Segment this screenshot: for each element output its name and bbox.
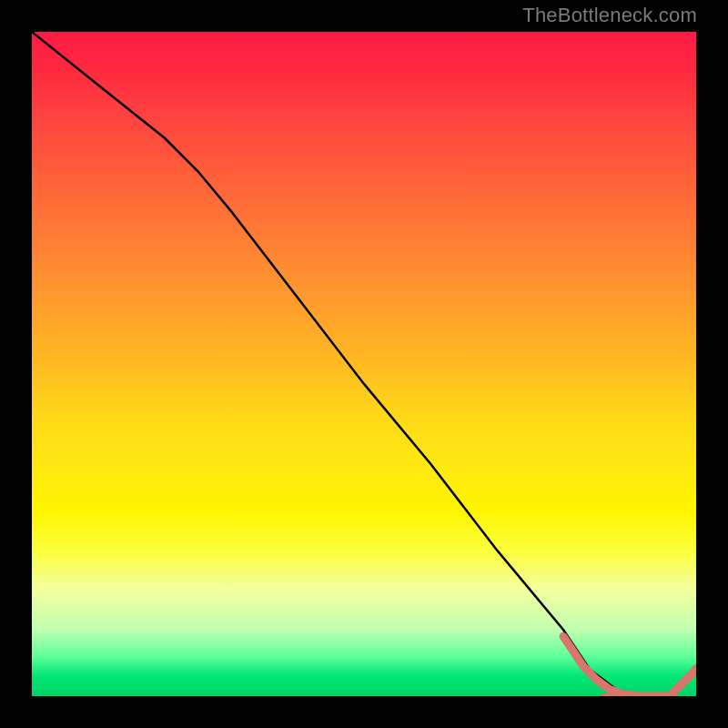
chart-gradient-area (32, 32, 696, 696)
chart-frame: TheBottleneck.com (0, 0, 728, 728)
watermark-text: TheBottleneck.com (522, 4, 697, 27)
